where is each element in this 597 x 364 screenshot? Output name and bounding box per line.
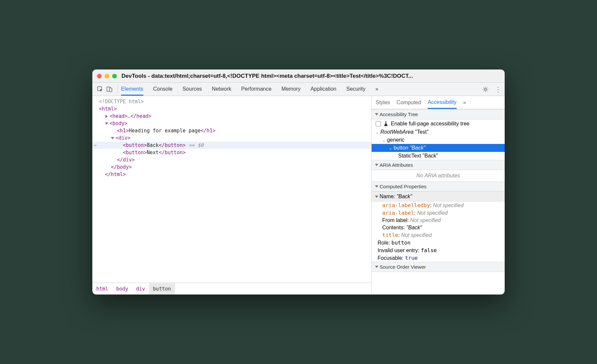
titlebar: DevTools - data:text/html;charset=utf-8,… [92, 69, 505, 83]
breadcrumbs: html body div button [92, 283, 371, 295]
dom-h1[interactable]: <h1> [117, 128, 129, 134]
prop-aria-labelledby: aria-labelledby: Not specified [372, 202, 505, 209]
crumb-div[interactable]: div [132, 283, 149, 295]
close-window-button[interactable] [97, 74, 102, 78]
svg-point-3 [484, 88, 486, 90]
svg-rect-2 [110, 88, 112, 92]
enable-full-tree-label: Enable full-page accessibility tree [391, 121, 469, 127]
device-toggle-icon[interactable] [105, 85, 114, 94]
tab-memory[interactable]: Memory [281, 83, 300, 96]
side-tab-styles[interactable]: Styles [376, 97, 390, 108]
dom-div-close[interactable]: </div> [117, 157, 135, 163]
dom-html-open[interactable]: <html> [99, 106, 117, 112]
traffic-lights [97, 74, 117, 78]
dom-doctype[interactable]: <!DOCTYPE html> [99, 99, 144, 105]
flask-icon [384, 121, 388, 126]
tab-sources[interactable]: Sources [182, 83, 202, 96]
maximize-window-button[interactable] [112, 74, 117, 78]
tab-elements[interactable]: Elements [121, 83, 143, 96]
dom-button-next[interactable]: <button> [123, 150, 147, 156]
kebab-menu-icon[interactable]: ⋮ [495, 85, 501, 93]
aria-none-message: No ARIA attributes [372, 170, 505, 181]
side-tabs: Styles Computed Accessibility » [372, 96, 505, 109]
main-toolbar: Elements Console Sources Network Perform… [92, 83, 505, 96]
tabs-overflow[interactable]: » [375, 83, 378, 96]
enable-full-tree-row: Enable full-page accessibility tree [372, 119, 505, 128]
section-accessibility-tree[interactable]: Accessibility Tree [372, 109, 505, 119]
dom-html-close[interactable]: </html> [105, 171, 126, 177]
prop-role: Role: button [372, 239, 505, 247]
inspect-element-icon[interactable] [96, 85, 105, 94]
prop-from-label: From label: Not specified [372, 217, 505, 224]
acc-tree-generic[interactable]: ⌄ generic [372, 136, 505, 144]
side-tabs-overflow[interactable]: » [463, 97, 466, 108]
prop-contents: Contents: "Back" [372, 224, 505, 231]
minimize-window-button[interactable] [105, 74, 109, 78]
crumb-button[interactable]: button [149, 283, 175, 295]
dom-div[interactable]: <div> [115, 135, 130, 141]
side-tab-computed[interactable]: Computed [397, 97, 421, 108]
tab-network[interactable]: Network [212, 83, 231, 96]
dom-selected-row[interactable]: <button>Back</button> == $0 [92, 142, 371, 149]
section-computed-properties[interactable]: Computed Properties [372, 181, 505, 192]
sidebar-panel: Styles Computed Accessibility » Accessib… [372, 96, 505, 295]
acc-tree-button[interactable]: ⌄ button "Back" [372, 144, 505, 152]
crumb-html[interactable]: html [92, 283, 112, 295]
tab-application[interactable]: Application [310, 83, 336, 96]
crumb-body[interactable]: body [112, 283, 132, 295]
dom-body[interactable]: <body> [110, 120, 127, 126]
prop-focusable: Focusable: true [372, 254, 505, 262]
elements-panel: <!DOCTYPE html> <html> <head>…</head> <b… [92, 96, 372, 295]
prop-title: title: Not specified [372, 231, 505, 239]
tab-console[interactable]: Console [153, 83, 173, 96]
section-aria-attributes[interactable]: ARIA Attributes [372, 160, 505, 170]
dom-tree[interactable]: <!DOCTYPE html> <html> <head>…</head> <b… [92, 96, 371, 283]
dom-head[interactable]: <head> [110, 113, 127, 119]
tab-performance[interactable]: Performance [241, 83, 272, 96]
acc-tree-root[interactable]: ⌄ RootWebArea "Test" [372, 128, 505, 136]
gear-icon[interactable] [481, 85, 490, 94]
prop-aria-label: aria-label: Not specified [372, 209, 505, 217]
side-tab-accessibility[interactable]: Accessibility [428, 96, 456, 109]
prop-invalid: Invalid user entry: false [372, 247, 505, 254]
dom-body-close[interactable]: </body> [111, 164, 132, 170]
computed-name-row[interactable]: Name: "Back" [372, 192, 505, 202]
acc-tree-statictext[interactable]: StaticText "Back" [372, 152, 505, 160]
window-title: DevTools - data:text/html;charset=utf-8,… [121, 73, 500, 79]
tab-security[interactable]: Security [346, 83, 365, 96]
devtools-window: DevTools - data:text/html;charset=utf-8,… [92, 69, 505, 295]
section-source-order[interactable]: Source Order Viewer [372, 262, 505, 272]
enable-full-tree-checkbox[interactable] [376, 121, 381, 126]
main-tabs: Elements Console Sources Network Perform… [121, 83, 481, 96]
